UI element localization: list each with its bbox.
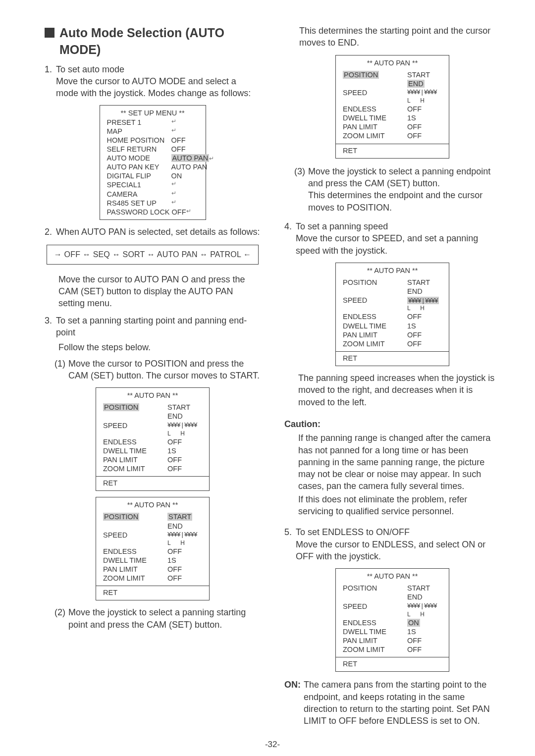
autopan-menu-title: ** AUTO PAN ** (343, 572, 442, 581)
section-heading: Auto Mode Selection (AUTO MODE) (45, 25, 261, 58)
mode-chain-box: → OFF ↔ SEQ ↔ SORT ↔ AUTO PAN ↔ PATROL ← (47, 245, 259, 265)
panlimit-value: OFF (407, 122, 442, 131)
step-4-after: The panning speed increases when the joy… (298, 372, 500, 408)
right-column: This determines the starting point and t… (284, 25, 500, 727)
ret-label: RET (103, 588, 202, 597)
ret-label: RET (343, 354, 442, 363)
substep-1-body: Move the cursor to POSITION and press th… (68, 358, 261, 382)
menu-label: AUTO PAN KEY (107, 162, 171, 171)
step-1-head: To set auto mode (56, 63, 261, 75)
panlimit-value: OFF (407, 330, 442, 339)
substep-2-body: Move the joystick to select a panning st… (68, 606, 261, 631)
chain-arrow-right-icon: ← (241, 250, 251, 259)
end-value-highlight: END (407, 80, 425, 88)
speed-label: SPEED (343, 88, 407, 97)
menu-label: AUTO MODE (107, 154, 171, 162)
substep-2: (2) Move the joystick to select a pannin… (54, 606, 261, 631)
panlimit-value: OFF (167, 455, 202, 464)
dwell-label: DWELL TIME (343, 113, 407, 122)
panlimit-label: PAN LIMIT (343, 330, 407, 339)
step-3-follow: Follow the steps below. (58, 341, 261, 353)
speed-label: SPEED (343, 296, 407, 305)
zoomlimit-label: ZOOM LIMIT (343, 339, 407, 348)
dwell-value: 1S (407, 627, 442, 636)
substep-3-body1: Move the joystick to select a panning en… (308, 165, 500, 190)
speed-lh: L H (167, 540, 202, 547)
panlimit-label: PAN LIMIT (343, 122, 407, 131)
step-2: 2. When AUTO PAN is selected, set detail… (45, 226, 261, 238)
menu-label: PASSWORD LOCK OFF (107, 208, 186, 216)
endless-value: OFF (167, 547, 202, 556)
endless-label: ENDLESS (343, 105, 407, 113)
position-label-highlight: POSITION (103, 403, 139, 411)
step-1-body: Move the cursor to AUTO MODE and select … (56, 75, 261, 100)
panlimit-value: OFF (167, 565, 202, 574)
menu-label: MAP (107, 127, 171, 136)
menu-label: SELF RETURN (107, 145, 171, 154)
speed-label: SPEED (103, 421, 167, 430)
arrow-down-icon: ↵ (171, 127, 176, 136)
speed-value: ¥¥¥¥ | ¥¥¥¥ (407, 88, 442, 97)
left-column: Auto Mode Selection (AUTO MODE) 1. To se… (45, 25, 261, 727)
dwell-value: 1S (407, 322, 442, 330)
step-4: 4. To set a panning speed Move the curso… (284, 220, 500, 257)
endless-label: ENDLESS (343, 618, 407, 627)
menu-value: OFF (171, 145, 199, 154)
on-definition: ON: The camera pans from the starting po… (284, 679, 500, 727)
endless-value: OFF (167, 437, 202, 446)
panlimit-value: OFF (407, 636, 442, 645)
substep-3: (3) Move the joystick to select a pannin… (294, 165, 500, 214)
end-value: END (167, 522, 202, 531)
menu-label: RS485 SET UP (107, 199, 171, 208)
step-5: 5. To set ENDLESS to ON/OFF Move the cur… (284, 526, 500, 562)
autopan-menu-box-4: ** AUTO PAN ** POSITIONSTART END SPEED¥¥… (335, 263, 449, 366)
autopan-menu-box-2: ** AUTO PAN ** POSITIONSTART END SPEED¥¥… (96, 497, 210, 600)
substep-number: (2) (54, 606, 65, 631)
dwell-label: DWELL TIME (103, 446, 167, 455)
autopan-menu-title: ** AUTO PAN ** (343, 58, 442, 67)
position-label: POSITION (343, 278, 407, 287)
menu-value: OFF (171, 136, 199, 145)
ret-label: RET (103, 479, 202, 487)
step-4-body: Move the cursor to SPEED, and set a pann… (296, 232, 500, 257)
setup-menu-box: ** SET UP MENU ** PRESET 1 ↵ MAP ↵ HOME … (100, 105, 206, 220)
speed-label: SPEED (103, 531, 167, 540)
dwell-label: DWELL TIME (343, 322, 407, 330)
speed-lh: L H (407, 97, 442, 105)
ret-label: RET (343, 146, 442, 155)
panlimit-label: PAN LIMIT (103, 565, 167, 574)
speed-value: ¥¥¥¥ | ¥¥¥¥ (407, 602, 442, 611)
speed-lh: L H (407, 305, 442, 312)
menu-value: AUTO PAN (171, 162, 208, 171)
panlimit-label: PAN LIMIT (343, 636, 407, 645)
zoomlimit-label: ZOOM LIMIT (103, 464, 167, 473)
zoomlimit-value: OFF (407, 131, 442, 140)
substep-1: (1) Move the cursor to POSITION and pres… (54, 358, 261, 382)
speed-value: ¥¥¥¥ | ¥¥¥¥ (167, 531, 202, 540)
ret-label: RET (343, 659, 442, 668)
menu-value-highlight: AUTO PAN (171, 154, 210, 162)
dwell-value: 1S (407, 113, 442, 122)
arrow-down-icon: ↵ (171, 118, 176, 127)
endless-value-highlight: ON (407, 619, 420, 627)
heading-line2: MODE) (59, 42, 224, 58)
endless-value: OFF (407, 105, 442, 113)
autopan-menu-title: ** AUTO PAN ** (103, 391, 202, 400)
step-4-head: To set a panning speed (296, 220, 500, 232)
step-1: 1. To set auto mode Move the cursor to A… (45, 63, 261, 100)
arrow-down-icon: ↵ (209, 155, 214, 162)
endless-label: ENDLESS (103, 437, 167, 446)
speed-lh: L H (167, 430, 202, 437)
zoomlimit-label: ZOOM LIMIT (343, 131, 407, 140)
step-number: 1. (45, 63, 52, 100)
dwell-value: 1S (167, 556, 202, 565)
step-3: 3. To set a panning starting point and p… (45, 315, 261, 339)
page-number: -32- (45, 739, 500, 751)
arrow-down-icon: ↵ (171, 190, 176, 199)
page-columns: Auto Mode Selection (AUTO MODE) 1. To se… (45, 25, 500, 727)
dwell-label: DWELL TIME (343, 627, 407, 636)
autopan-menu-box-1: ** AUTO PAN ** POSITIONSTART END SPEED¥¥… (96, 387, 210, 491)
start-value: START (407, 70, 442, 79)
step-2-body: When AUTO PAN is selected, set details a… (56, 226, 261, 238)
end-value: END (407, 593, 442, 601)
